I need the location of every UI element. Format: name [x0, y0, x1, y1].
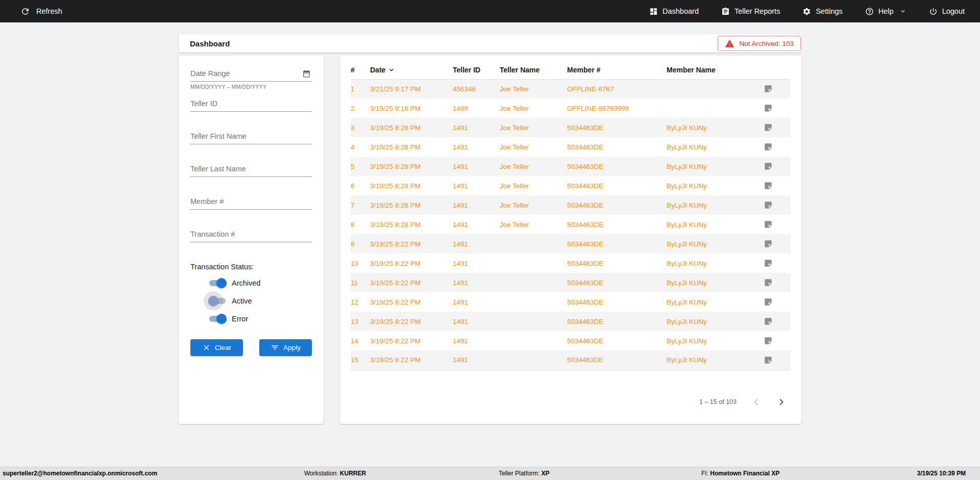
table-row[interactable]: 7 3/19/25 8:28 PM 1491 Joe Teller 503446… [351, 195, 791, 215]
workstation-info: Workstation: KURRER [304, 467, 366, 480]
pagination: 1 – 15 of 103 [351, 396, 791, 408]
top-bar: Refresh Dashboard Teller Reports Setting… [0, 0, 980, 22]
apply-button[interactable]: Apply [259, 339, 312, 356]
note-icon[interactable] [764, 123, 789, 132]
note-icon[interactable] [764, 162, 789, 171]
teller-last-name-field-wrap [190, 162, 312, 177]
note-icon[interactable] [764, 220, 789, 229]
power-icon [929, 7, 938, 16]
calendar-icon[interactable] [302, 69, 311, 78]
table-row[interactable]: 4 3/19/25 8:28 PM 1491 Joe Teller 503446… [351, 137, 791, 157]
transactions-table: # Date Teller ID Teller Name Member # [351, 61, 791, 370]
transaction-number-input[interactable] [190, 227, 312, 242]
table-row[interactable]: 14 3/19/25 8:22 PM 1491 5034463DE ByLyJI… [351, 331, 791, 350]
date-format-hint: MM/DD/YYYY – MM/DD/YYYY [190, 84, 312, 90]
member-number-input[interactable] [190, 194, 312, 210]
clear-button-label: Clear [215, 344, 231, 351]
nav-dashboard[interactable]: Dashboard [649, 7, 699, 16]
nav-settings[interactable]: Settings [802, 7, 842, 16]
note-icon[interactable] [764, 259, 789, 268]
note-icon[interactable] [764, 297, 789, 307]
current-datetime: 3/19/25 10:39 PM [917, 467, 966, 480]
refresh-label: Refresh [36, 7, 62, 15]
nav-teller-reports[interactable]: Teller Reports [721, 7, 780, 16]
nav-logout-label: Logout [942, 7, 965, 15]
date-range-input[interactable] [190, 66, 312, 82]
note-icon[interactable] [764, 356, 789, 365]
column-header-member-name[interactable]: Member Name [667, 61, 764, 79]
toggle-archived[interactable]: Archived [208, 278, 312, 288]
column-header-teller-id[interactable]: Teller ID [453, 61, 500, 79]
nav-dashboard-label: Dashboard [663, 7, 699, 15]
column-header-member-num[interactable]: Member # [567, 61, 667, 79]
logged-in-user: superteller2@hometownfinancialxp.onmicro… [3, 467, 157, 480]
teller-last-name-input[interactable] [190, 162, 312, 177]
toggle-error-label: Error [232, 315, 248, 323]
error-switch[interactable] [208, 314, 227, 324]
teller-first-name-field-wrap [190, 129, 312, 144]
toggle-archived-label: Archived [232, 279, 260, 287]
nav-help-label: Help [878, 7, 894, 15]
transaction-status-label: Transaction Status: [190, 263, 312, 271]
toggle-active[interactable]: Active [208, 296, 312, 306]
transaction-number-field-wrap [190, 227, 312, 242]
note-icon[interactable] [764, 104, 789, 113]
note-icon[interactable] [764, 278, 789, 287]
nav-help[interactable]: Help [865, 7, 906, 16]
previous-page-button[interactable] [750, 396, 762, 408]
chevron-down-icon [899, 8, 906, 15]
teller-id-input[interactable] [190, 96, 312, 112]
table-row[interactable]: 3 3/19/25 8:28 PM 1491 Joe Teller 503446… [351, 118, 791, 137]
note-icon[interactable] [764, 317, 789, 326]
table-row[interactable]: 6 3/19/25 8:28 PM 1491 Joe Teller 503446… [351, 176, 791, 195]
filter-panel: MM/DD/YYYY – MM/DD/YYYY Transaction Stat… [179, 56, 324, 424]
close-icon [202, 343, 211, 352]
reports-icon [721, 7, 730, 16]
member-number-field-wrap [190, 194, 312, 210]
note-icon[interactable] [764, 200, 789, 210]
teller-id-field-wrap [190, 96, 312, 112]
table-header-row: # Date Teller ID Teller Name Member # [351, 61, 791, 79]
column-header-date[interactable]: Date [370, 61, 453, 79]
column-header-num[interactable]: # [351, 61, 370, 79]
table-row[interactable]: 12 3/19/25 8:22 PM 1491 5034463DE ByLyJI… [351, 292, 791, 312]
table-row[interactable]: 1 3/21/25 9:17 PM 456346 Joe Teller OFFL… [351, 79, 791, 98]
dashboard-icon [649, 7, 658, 16]
note-icon[interactable] [764, 181, 789, 190]
note-icon[interactable] [764, 336, 789, 345]
refresh-button[interactable]: Refresh [20, 7, 62, 16]
active-switch[interactable] [208, 296, 227, 306]
top-nav: Dashboard Teller Reports Settings Help [649, 7, 965, 16]
archived-switch[interactable] [208, 278, 227, 288]
teller-platform-info: Teller Platform: XP [499, 467, 549, 480]
nav-logout[interactable]: Logout [929, 7, 965, 16]
filter-icon [271, 343, 279, 352]
clear-button[interactable]: Clear [190, 339, 243, 356]
table-row[interactable]: 5 3/19/25 8:28 PM 1491 Joe Teller 503446… [351, 157, 791, 176]
refresh-icon [20, 7, 30, 16]
toggle-error[interactable]: Error [208, 314, 312, 324]
sort-desc-icon [387, 66, 396, 74]
table-row[interactable]: 13 3/19/25 8:22 PM 1491 5034463DE ByLyJI… [351, 312, 791, 331]
page-title: Dashboard [190, 39, 230, 48]
pagination-range-label: 1 – 15 of 103 [699, 398, 737, 406]
note-icon[interactable] [764, 142, 789, 151]
status-bar: superteller2@hometownfinancialxp.onmicro… [0, 467, 980, 480]
date-range-field-wrap: MM/DD/YYYY – MM/DD/YYYY [190, 66, 312, 90]
table-row[interactable]: 2 3/19/25 9:18 PM 1489 Joe Teller OFFLIN… [351, 98, 791, 118]
not-archived-badge: Not Archived: 103 [718, 36, 801, 51]
table-row[interactable]: 11 3/19/25 8:22 PM 1491 5034463DE ByLyJI… [351, 273, 791, 292]
teller-first-name-input[interactable] [190, 129, 312, 144]
table-row[interactable]: 9 3/19/25 8:22 PM 1491 5034463DE ByLyJI … [351, 234, 791, 254]
financial-institution-info: FI: Hometown Financial XP [701, 467, 779, 480]
warning-icon [725, 39, 734, 48]
next-page-button[interactable] [775, 396, 788, 408]
table-row[interactable]: 8 3/19/25 8:28 PM 1491 Joe Teller 503446… [351, 215, 791, 234]
table-row[interactable]: 10 3/19/25 8:22 PM 1491 5034463DE ByLyJI… [351, 254, 791, 273]
toggle-active-label: Active [232, 297, 252, 305]
column-header-teller-name[interactable]: Teller Name [500, 61, 567, 79]
note-icon[interactable] [764, 239, 789, 248]
gear-icon [802, 7, 811, 16]
note-icon[interactable] [764, 84, 789, 93]
table-row[interactable]: 15 3/19/25 8:22 PM 1491 5034463DE ByLyJI… [351, 350, 791, 370]
